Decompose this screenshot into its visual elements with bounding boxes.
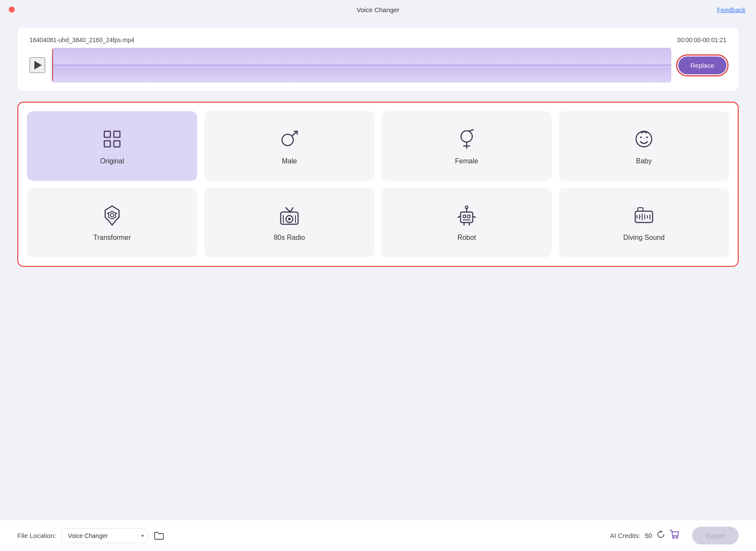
svg-rect-3 bbox=[114, 141, 120, 147]
svg-line-5 bbox=[292, 131, 297, 136]
export-button[interactable]: Export bbox=[692, 527, 739, 544]
effect-label-male: Male bbox=[282, 157, 297, 165]
radio80s-icon bbox=[277, 203, 302, 228]
svg-point-43 bbox=[676, 537, 678, 538]
video-filename: 16404081-uhd_3840_2160_24fps.mp4 bbox=[30, 37, 134, 43]
diving-sound-icon bbox=[632, 203, 656, 228]
effect-card-transformer[interactable]: Transformer bbox=[27, 188, 197, 257]
effect-card-diving-sound[interactable]: Diving Sound bbox=[559, 188, 729, 257]
file-location-label: File Location: bbox=[17, 532, 56, 539]
ai-credits-section: AI Credits: 50 Export bbox=[610, 527, 739, 544]
effect-card-80sradio[interactable]: 80s Radio bbox=[204, 188, 375, 257]
svg-rect-2 bbox=[114, 131, 120, 137]
svg-rect-1 bbox=[104, 141, 110, 147]
effect-card-male[interactable]: Male bbox=[204, 111, 375, 181]
effect-card-robot[interactable]: Robot bbox=[381, 188, 552, 257]
transformer-icon bbox=[100, 203, 124, 228]
effects-grid: Original Male Female bbox=[27, 111, 729, 257]
svg-point-11 bbox=[640, 136, 642, 138]
file-location-select-wrapper: Voice Changer ▾ bbox=[61, 528, 148, 543]
svg-line-9 bbox=[469, 129, 474, 131]
svg-point-13 bbox=[110, 213, 114, 217]
playhead-marker bbox=[52, 48, 55, 49]
effect-label-baby: Baby bbox=[636, 157, 652, 165]
video-duration: 00:00:00-00:01:21 bbox=[677, 37, 726, 43]
svg-rect-23 bbox=[461, 212, 473, 222]
svg-point-6 bbox=[461, 131, 472, 142]
svg-rect-0 bbox=[104, 131, 110, 137]
main-content: 16404081-uhd_3840_2160_24fps.mp4 00:00:0… bbox=[0, 19, 756, 286]
svg-point-27 bbox=[465, 206, 468, 209]
refresh-icon bbox=[657, 530, 665, 539]
folder-icon bbox=[154, 531, 164, 540]
effect-card-baby[interactable]: Baby bbox=[559, 111, 729, 181]
video-player-row: Replace bbox=[30, 48, 726, 83]
feedback-link[interactable]: Feedback bbox=[717, 6, 746, 13]
effect-label-transformer: Transformer bbox=[93, 234, 131, 242]
replace-button[interactable]: Replace bbox=[678, 56, 726, 74]
cart-button[interactable] bbox=[670, 530, 680, 542]
effect-label-female: Female bbox=[455, 157, 478, 165]
ai-credits-label: AI Credits: bbox=[610, 532, 640, 539]
playhead bbox=[52, 48, 53, 83]
svg-line-17 bbox=[286, 208, 290, 212]
effect-label-80sradio: 80s Radio bbox=[274, 234, 305, 242]
baby-icon bbox=[632, 127, 656, 151]
effect-label-robot: Robot bbox=[458, 234, 476, 242]
refresh-button[interactable] bbox=[657, 530, 665, 541]
file-location-select[interactable]: Voice Changer bbox=[61, 528, 148, 543]
app-title: Voice Changer bbox=[357, 6, 399, 13]
play-button[interactable] bbox=[30, 57, 45, 73]
ai-credits-count: 50 bbox=[645, 532, 652, 539]
female-icon bbox=[454, 127, 479, 151]
original-icon bbox=[100, 127, 124, 151]
effects-section: Original Male Female bbox=[17, 102, 739, 267]
cart-icon bbox=[670, 530, 680, 539]
close-button[interactable] bbox=[9, 7, 15, 13]
svg-point-10 bbox=[636, 131, 652, 147]
effect-card-female[interactable]: Female bbox=[381, 111, 552, 181]
svg-point-12 bbox=[646, 136, 648, 138]
waveform bbox=[52, 48, 671, 83]
robot-icon bbox=[454, 203, 479, 228]
male-icon bbox=[277, 127, 302, 151]
svg-point-20 bbox=[288, 218, 291, 220]
waveform-line bbox=[52, 65, 671, 66]
effect-label-original: Original bbox=[100, 157, 124, 165]
effect-label-diving-sound: Diving Sound bbox=[623, 234, 664, 242]
svg-line-18 bbox=[290, 208, 293, 212]
titlebar: Voice Changer Feedback bbox=[0, 0, 756, 19]
folder-button[interactable] bbox=[154, 531, 164, 540]
play-icon bbox=[34, 61, 42, 70]
svg-rect-25 bbox=[468, 215, 470, 218]
bottom-bar: File Location: Voice Changer ▾ AI Credit… bbox=[0, 520, 756, 551]
svg-rect-24 bbox=[463, 215, 466, 218]
svg-point-42 bbox=[673, 537, 674, 538]
video-section: 16404081-uhd_3840_2160_24fps.mp4 00:00:0… bbox=[17, 28, 739, 91]
video-info-row: 16404081-uhd_3840_2160_24fps.mp4 00:00:0… bbox=[30, 37, 726, 43]
effect-card-original[interactable]: Original bbox=[27, 111, 197, 181]
